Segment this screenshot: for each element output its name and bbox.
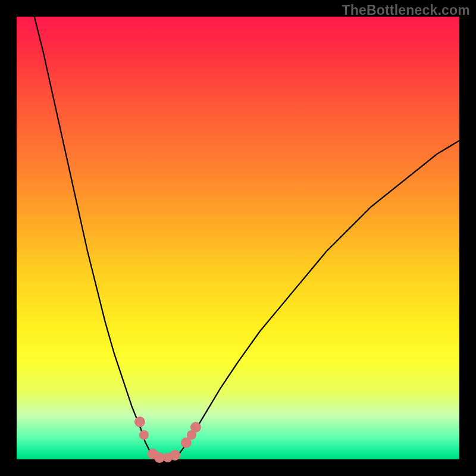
sweet-spot-marker xyxy=(134,416,145,427)
curve-path xyxy=(35,17,459,459)
sweet-spot-marker xyxy=(190,422,201,433)
attribution-text: TheBottleneck.com xyxy=(342,2,470,18)
plot-area xyxy=(17,17,459,459)
outer-frame: TheBottleneck.com xyxy=(0,0,476,476)
sweet-spot-marker xyxy=(170,450,180,461)
bottleneck-curve xyxy=(17,17,459,459)
sweet-spot-marker xyxy=(139,430,149,440)
